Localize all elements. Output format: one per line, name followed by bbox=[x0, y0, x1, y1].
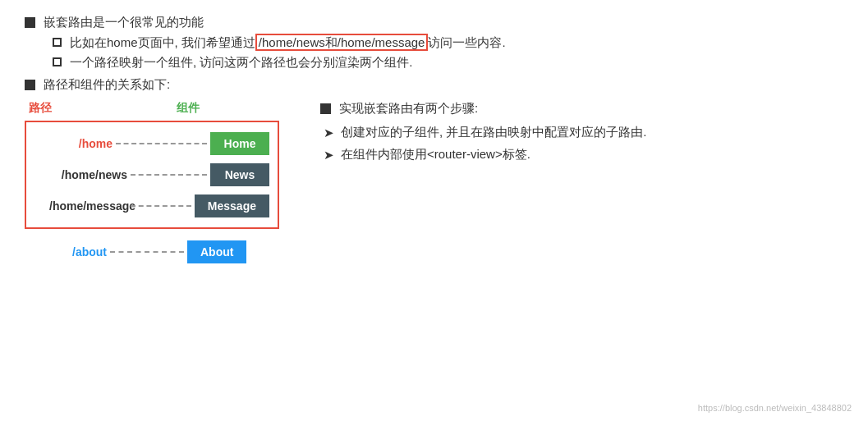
home-route-row: /home Home bbox=[34, 132, 269, 155]
about-route-label: /about bbox=[29, 245, 107, 259]
step-1-text: 创建对应的子组件, 并且在路由映射中配置对应的子路由. bbox=[341, 125, 647, 140]
step-2-text: 在组件内部使用<router-view>标签. bbox=[341, 147, 530, 162]
square-icon-2 bbox=[25, 80, 35, 90]
square-icon bbox=[25, 17, 35, 28]
diagram-box: /home Home /home/news News /home/message… bbox=[25, 121, 279, 229]
home-dashes bbox=[116, 143, 207, 144]
message-component-btn: Message bbox=[195, 194, 269, 217]
highlight-path: /home/news和/home/message bbox=[255, 34, 429, 51]
steps-title: 实现嵌套路由有两个步骤: bbox=[339, 101, 478, 117]
step-2-row: ➤ 在组件内部使用<router-view>标签. bbox=[324, 147, 647, 162]
sub-bullet-2: 一个路径映射一个组件, 访问这两个路径也会分别渲染两个组件. bbox=[53, 55, 843, 71]
about-component-btn: About bbox=[187, 240, 246, 263]
home-component-btn: Home bbox=[210, 132, 269, 155]
arrow-icon-2: ➤ bbox=[324, 148, 334, 162]
about-dashes bbox=[110, 251, 184, 253]
main-content: 路径 组件 /home Home /home/news News /home bbox=[25, 101, 843, 263]
sub-bullet-1: 比如在home页面中, 我们希望通过/home/news和/home/messa… bbox=[53, 35, 843, 51]
home-route-label: /home bbox=[34, 137, 113, 150]
diagram-area: 路径 组件 /home Home /home/news News /home bbox=[25, 101, 279, 263]
sub-square-icon-2 bbox=[53, 57, 62, 66]
bullet-1: 嵌套路由是一个很常见的功能 bbox=[25, 15, 843, 30]
sub-routes: /home/news News /home/message Message bbox=[49, 163, 269, 217]
message-dashes bbox=[131, 205, 191, 207]
step-square-icon bbox=[320, 103, 331, 114]
message-route-row: /home/message Message bbox=[49, 194, 269, 217]
bullet-2-text: 路径和组件的关系如下: bbox=[44, 77, 170, 93]
message-route-label: /home/message bbox=[49, 199, 127, 213]
route-label-header: 路径 bbox=[29, 101, 127, 116]
news-route-row: /home/news News bbox=[49, 163, 269, 186]
bullet-2: 路径和组件的关系如下: bbox=[25, 77, 843, 93]
steps-title-row: 实现嵌套路由有两个步骤: bbox=[320, 101, 647, 117]
about-route-row: /about About bbox=[25, 240, 279, 263]
diagram-labels: 路径 组件 bbox=[25, 101, 279, 116]
news-route-label: /home/news bbox=[49, 168, 127, 181]
bullet-1-text: 嵌套路由是一个很常见的功能 bbox=[44, 15, 204, 30]
sub-square-icon-1 bbox=[53, 38, 62, 47]
news-component-btn: News bbox=[210, 163, 269, 186]
right-content: 实现嵌套路由有两个步骤: ➤ 创建对应的子组件, 并且在路由映射中配置对应的子路… bbox=[320, 101, 647, 169]
component-label-header: 组件 bbox=[177, 101, 200, 116]
news-dashes bbox=[131, 174, 207, 176]
sub-bullet-1-text: 比如在home页面中, 我们希望通过/home/news和/home/messa… bbox=[70, 35, 506, 51]
arrow-icon-1: ➤ bbox=[324, 126, 334, 140]
step-1-row: ➤ 创建对应的子组件, 并且在路由映射中配置对应的子路由. bbox=[324, 125, 647, 140]
sub-bullet-2-text: 一个路径映射一个组件, 访问这两个路径也会分别渲染两个组件. bbox=[70, 55, 413, 71]
